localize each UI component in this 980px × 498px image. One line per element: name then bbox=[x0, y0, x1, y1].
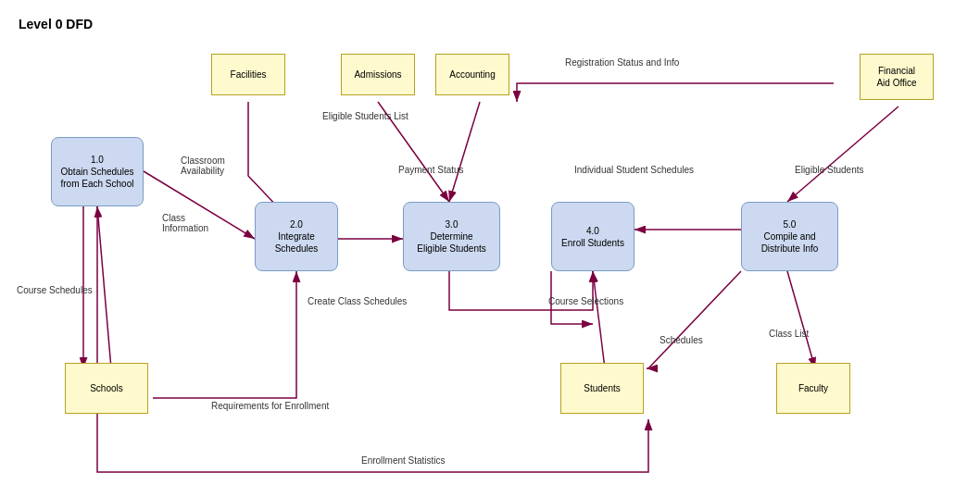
external-schools: Schools bbox=[65, 363, 148, 414]
label-registration-status: Registration Status and Info bbox=[565, 57, 679, 68]
process-1: 1.0Obtain Schedulesfrom Each School bbox=[51, 137, 144, 206]
label-course-schedules: Course Schedules bbox=[17, 285, 93, 295]
process-5: 5.0Compile andDistribute Info bbox=[741, 202, 838, 271]
external-students: Students bbox=[560, 363, 644, 414]
process-2: 2.0IntegrateSchedules bbox=[255, 202, 338, 271]
label-classroom-availability: ClassroomAvailability bbox=[181, 156, 225, 176]
label-eligible-students: Eligible Students bbox=[795, 165, 864, 175]
label-requirements: Requirements for Enrollment bbox=[211, 401, 329, 411]
label-class-list: Class List bbox=[769, 329, 809, 339]
external-admissions: Admissions bbox=[341, 54, 415, 95]
external-accounting: Accounting bbox=[435, 54, 509, 95]
process-4: 4.0Enroll Students bbox=[551, 202, 634, 271]
dfd-canvas: Level 0 DFD bbox=[0, 0, 980, 498]
external-faculty: Faculty bbox=[776, 363, 850, 414]
diagram-title: Level 0 DFD bbox=[19, 17, 93, 31]
label-eligible-students-list: Eligible Students List bbox=[322, 111, 408, 121]
label-individual-schedules: Individual Student Schedules bbox=[574, 165, 694, 175]
label-create-class-schedules: Create Class Schedules bbox=[308, 296, 407, 306]
label-enrollment-statistics: Enrollment Statistics bbox=[361, 455, 446, 466]
label-class-information: ClassInformation bbox=[162, 213, 208, 233]
label-payment-status: Payment Status bbox=[398, 165, 464, 175]
external-financial-aid: FinancialAid Office bbox=[860, 54, 934, 100]
external-facilities: Facilities bbox=[211, 54, 285, 95]
label-schedules: Schedules bbox=[660, 335, 703, 345]
process-3: 3.0DetermineEligible Students bbox=[403, 202, 500, 271]
label-course-selections: Course Selections bbox=[548, 296, 623, 306]
